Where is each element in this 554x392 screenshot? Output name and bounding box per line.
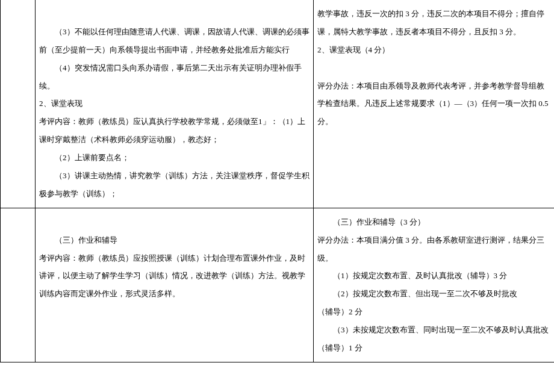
row-header-cell <box>1 208 36 362</box>
content-left-cell: （3）不能以任何理由随意请人代课、调课，因故请人代课、调课的必须事前（至少提前一… <box>36 0 314 208</box>
text-line: 评分办法：本项目满分值 3 分。由各系教研室进行测评，结果分三级。 <box>317 231 550 267</box>
text-line: 2、课堂表现 <box>39 95 310 113</box>
text-line: （辅导）2 分 <box>317 303 550 321</box>
text-line: 2、课堂表现（4 分） <box>317 41 550 59</box>
evaluation-table: （3）不能以任何理由随意请人代课、调课，因故请人代课、调课的必须事前（至少提前一… <box>0 0 554 362</box>
text-line: 考评内容：教师（教练员）应按照授课（训练）计划合理布置课外作业，及时讲评，以便主… <box>39 249 310 303</box>
text-line: 考评内容：教师（教练员）应认真执行学校教学常规，必须做至1」：（1）上课时穿戴整… <box>39 113 310 149</box>
text-line <box>39 213 310 231</box>
text-line: （2）上课前要点名； <box>39 149 310 167</box>
text-line: （3）不能以任何理由随意请人代课、调课，因故请人代课、调课的必须事前（至少提前一… <box>39 23 310 59</box>
content-left-cell: （三）作业和辅导 考评内容：教师（教练员）应按照授课（训练）计划合理布置课外作业… <box>36 208 314 362</box>
text-line: （3）讲课主动热情，讲究教学（训练）方法，关注课堂秩序，督促学生积极参与教学（训… <box>39 167 310 203</box>
text-line: （2）按规定次数布置、但出现一至二次不够及时批改 <box>317 285 550 303</box>
text-line: （三）作业和辅导 <box>39 231 310 249</box>
content-right-cell: 教学事故，违反一次的扣 3 分，违反二次的本项目不得分；擅自停课，属特大教学事故… <box>314 0 555 208</box>
text-line: 评分办法：本项目由系领导及教师代表考评，并参考教学督导组教学检查结果。凡违反上述… <box>317 77 550 131</box>
table-row: （3）不能以任何理由随意请人代课、调课，因故请人代课、调课的必须事前（至少提前一… <box>1 0 555 208</box>
table-row: （三）作业和辅导 考评内容：教师（教练员）应按照授课（训练）计划合理布置课外作业… <box>1 208 555 362</box>
content-right-cell: （三）作业和辅导（3 分） 评分办法：本项目满分值 3 分。由各系教研室进行测评… <box>314 208 555 362</box>
text-line: （三）作业和辅导（3 分） <box>317 213 550 231</box>
text-line <box>39 5 310 23</box>
text-line: （4）突发情况需口头向系办请假，事后第二天出示有关证明办理补假手续。 <box>39 59 310 95</box>
row-header-cell <box>1 0 36 208</box>
text-line: （3）未按规定次数布置、同时出现一至二次不够及时认真批改（辅导）1 分 <box>317 321 550 357</box>
text-line: 教学事故，违反一次的扣 3 分，违反二次的本项目不得分；擅自停课，属特大教学事故… <box>317 5 550 41</box>
text-line: （1）按规定次数布置、及时认真批改（辅导）3 分 <box>317 267 550 285</box>
text-line <box>317 59 550 77</box>
